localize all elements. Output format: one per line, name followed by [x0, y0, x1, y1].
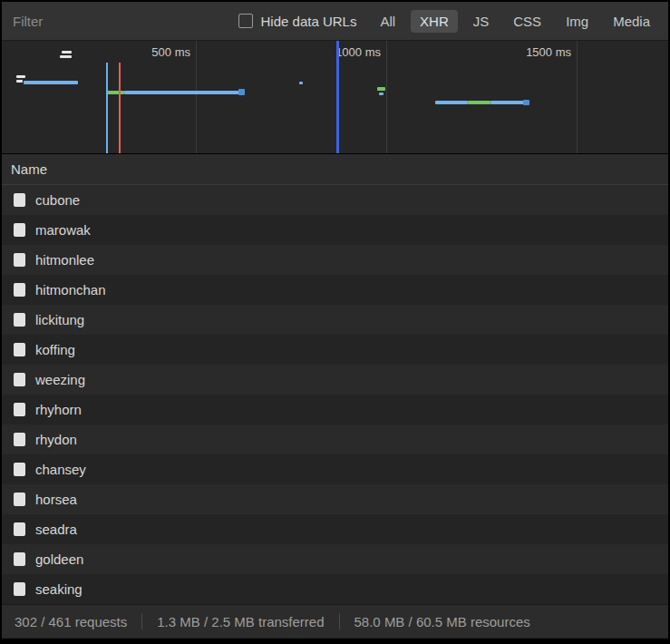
timeline-gridline — [577, 41, 578, 153]
timeline-event-line — [106, 63, 108, 153]
request-name: seaking — [35, 581, 83, 597]
resources-summary: 58.0 MB / 60.5 MB resources — [354, 614, 530, 629]
file-icon — [14, 373, 25, 386]
request-row[interactable]: hitmonchan — [2, 275, 668, 305]
waterfall-bar — [435, 101, 468, 104]
waterfall-bar — [523, 100, 529, 105]
filter-tab-xhr[interactable]: XHR — [411, 10, 458, 33]
filter-tab-all[interactable]: All — [371, 10, 404, 33]
file-icon — [14, 552, 25, 566]
overview-timeline[interactable]: 500 ms1000 ms1500 ms — [2, 41, 668, 154]
request-name: rhyhorn — [35, 402, 82, 417]
filter-input[interactable] — [11, 13, 228, 30]
hide-data-urls-control[interactable]: Hide data URLs — [238, 14, 357, 29]
request-row[interactable]: hitmonlee — [2, 245, 668, 275]
file-icon — [14, 582, 25, 596]
request-name: cubone — [35, 192, 80, 208]
request-table-body: cubonemarowakhitmonleehitmonchanlickitun… — [2, 185, 668, 604]
request-name: hitmonchan — [35, 282, 106, 298]
timeline-event-line — [336, 41, 339, 153]
requests-summary: 302 / 461 requests — [15, 614, 127, 629]
waterfall-bar — [60, 55, 72, 58]
request-name: goldeen — [35, 551, 83, 567]
request-row[interactable]: rhydon — [2, 424, 668, 454]
file-icon — [14, 223, 25, 237]
waterfall-bar — [62, 51, 72, 54]
name-column-label: Name — [11, 161, 47, 177]
request-row[interactable]: seaking — [2, 574, 668, 604]
request-name: chansey — [35, 462, 86, 477]
file-icon — [14, 343, 25, 356]
hide-data-urls-label: Hide data URLs — [261, 14, 357, 29]
network-panel: Hide data URLs AllXHRJSCSSImgMedia 500 m… — [2, 2, 668, 639]
status-divider — [141, 613, 142, 629]
request-name: rhydon — [35, 432, 77, 447]
waterfall-bar — [468, 101, 490, 104]
request-name: seadra — [35, 522, 77, 537]
timeline-event-line — [119, 63, 121, 153]
file-icon — [14, 433, 25, 446]
request-row[interactable]: lickitung — [2, 305, 668, 335]
status-bar: 302 / 461 requests 1.3 MB / 2.5 MB trans… — [2, 604, 668, 638]
filter-tab-css[interactable]: CSS — [504, 10, 550, 33]
request-row[interactable]: cubone — [2, 185, 668, 215]
file-icon — [14, 522, 25, 536]
filter-tab-img[interactable]: Img — [557, 10, 597, 33]
network-toolbar: Hide data URLs AllXHRJSCSSImgMedia — [2, 2, 668, 41]
request-name: weezing — [35, 372, 85, 387]
transferred-summary: 1.3 MB / 2.5 MB transferred — [157, 614, 324, 629]
file-icon — [14, 313, 25, 327]
file-icon — [14, 193, 25, 207]
filter-tab-media[interactable]: Media — [604, 10, 659, 33]
waterfall-bar — [106, 91, 124, 94]
waterfall-bar — [379, 93, 384, 95]
filter-tab-js[interactable]: JS — [464, 10, 499, 33]
timeline-tick-label: 500 ms — [118, 45, 190, 59]
file-icon — [14, 493, 25, 506]
resource-type-filters: AllXHRJSCSSImgMedia — [371, 10, 659, 33]
request-row[interactable]: chansey — [2, 454, 668, 484]
request-row[interactable]: koffing — [2, 335, 668, 365]
request-row[interactable]: weezing — [2, 365, 668, 395]
waterfall-bar — [24, 81, 78, 84]
waterfall-bar — [238, 89, 245, 95]
waterfall-bar — [377, 87, 385, 91]
request-name: marowak — [35, 222, 91, 238]
file-icon — [14, 283, 25, 297]
request-row[interactable]: marowak — [2, 215, 668, 245]
request-name: horsea — [35, 492, 77, 507]
file-icon — [14, 253, 25, 267]
timeline-tick-label: 1500 ms — [499, 45, 571, 59]
file-icon — [14, 403, 25, 416]
request-row[interactable]: goldeen — [2, 544, 668, 574]
request-name: hitmonlee — [35, 252, 94, 268]
timeline-gridline — [196, 41, 197, 153]
waterfall-bar — [490, 101, 525, 104]
waterfall-bar — [124, 91, 240, 94]
waterfall-bar — [299, 82, 303, 84]
request-row[interactable]: rhyhorn — [2, 395, 668, 424]
request-name: lickitung — [35, 312, 84, 327]
hide-data-urls-checkbox[interactable] — [238, 14, 253, 28]
file-icon — [14, 463, 25, 476]
request-row[interactable]: seadra — [2, 514, 668, 544]
name-column-header[interactable]: Name — [2, 154, 668, 185]
waterfall-bar — [16, 80, 23, 83]
waterfall-bar — [16, 75, 25, 78]
request-name: koffing — [35, 342, 75, 357]
status-divider — [339, 613, 340, 629]
timeline-gridline — [386, 41, 387, 153]
timeline-tick-label: 1000 ms — [308, 45, 381, 59]
request-row[interactable]: horsea — [2, 484, 668, 514]
